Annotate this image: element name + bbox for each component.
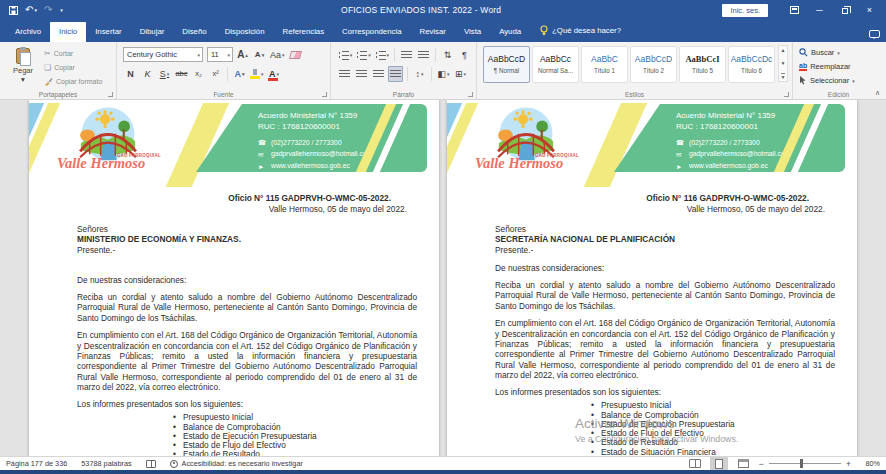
ribbon-tab[interactable]: Inicio [50, 22, 86, 42]
cut-button[interactable]: ✂Cortar [44, 47, 112, 60]
subscript-button[interactable]: x₂ [191, 66, 206, 82]
underline-button[interactable]: S▾ [157, 66, 172, 82]
change-case-button[interactable]: Aa▾ [269, 47, 286, 63]
ribbon-tab[interactable]: Insertar [86, 22, 130, 42]
align-center-button[interactable] [354, 66, 369, 82]
show-paragraph-marks-button[interactable]: ¶ [457, 47, 472, 63]
numbered-list-button[interactable]: ▾ [355, 47, 371, 63]
shrink-font-button[interactable]: A▾ [252, 47, 267, 63]
letterhead: Acuerdo Ministerial N° 1359 RUC : 176812… [447, 103, 857, 187]
ribbon-tab[interactable]: Archivo [6, 22, 50, 42]
decrease-indent-button[interactable] [399, 47, 414, 63]
styles-more-icon[interactable]: ▼ [781, 73, 786, 80]
replace-button[interactable]: ab Reemplazar [799, 60, 880, 73]
borders-button[interactable]: ⊞▾ [453, 66, 468, 82]
sort-button[interactable]: ⇅ [440, 47, 455, 63]
shading-button[interactable]: ◧▾ [436, 66, 451, 82]
print-layout-button[interactable] [710, 457, 728, 470]
tell-me-box[interactable]: ¿Qué desea hacer? [530, 25, 629, 42]
customize-qat-button[interactable]: ▾ [59, 8, 63, 13]
font-size-select[interactable]: 11▾ [207, 47, 233, 62]
collapse-ribbon-button[interactable]: ∧ [875, 89, 880, 97]
grow-font-button[interactable]: A▴ [235, 47, 250, 63]
titlebar-controls: Inic. ses. ─ × [722, 1, 886, 19]
paragraph-group: ▾ ▾ ▾ ⇅ ¶ ↕▾ ◧▾ ⊞▾ Párrafo [330, 42, 476, 99]
select-cursor-icon [799, 76, 807, 85]
style-chip[interactable]: AaBbCc Normal Sa... [532, 46, 579, 83]
restore-button[interactable] [832, 1, 857, 19]
bullet-list-button[interactable]: ▾ [337, 47, 353, 63]
strikethrough-button[interactable]: abc [174, 66, 189, 82]
proofing-status[interactable] [146, 460, 156, 468]
zoom-percentage[interactable]: 80% [856, 459, 880, 468]
styles-scroll-up-icon[interactable]: ▲ [781, 47, 786, 53]
paragraph-dialog-launcher[interactable] [468, 92, 473, 97]
close-icon: × [867, 5, 872, 15]
zoom-in-button[interactable]: + [846, 459, 851, 469]
ribbon-tab[interactable]: Ayuda [490, 22, 530, 42]
styles-scroll-down-icon[interactable]: ▼ [781, 60, 786, 66]
undo-button[interactable]: ↶▾ [25, 5, 37, 15]
sign-in-button[interactable]: Inic. ses. [722, 4, 768, 17]
minimize-button[interactable]: ─ [807, 1, 832, 19]
redo-button[interactable]: ↷ [44, 5, 52, 15]
ribbon-tab[interactable]: Correspondencia [333, 22, 410, 42]
ribbon-tab[interactable]: Diseño [173, 22, 215, 42]
sort-icon: ⇅ [444, 50, 452, 60]
increase-indent-icon [418, 50, 429, 60]
logo-brand-subtext: GAD PARROQUIAL [535, 153, 579, 158]
style-chip[interactable]: AaBbC Título 1 [581, 46, 628, 83]
font-name-select[interactable]: Century Gothic▾ [123, 47, 203, 62]
bold-button[interactable]: N [123, 66, 138, 82]
increase-indent-button[interactable] [416, 47, 431, 63]
word-count[interactable]: 53788 palabras [81, 459, 131, 468]
save-button[interactable] [9, 6, 18, 15]
zoom-slider-thumb[interactable] [800, 459, 803, 468]
align-right-button[interactable] [371, 66, 386, 82]
ribbon-tab[interactable]: Revisar [411, 22, 455, 42]
text-effects-button[interactable]: A▾ [232, 66, 247, 82]
line-spacing-button[interactable]: ↕▾ [412, 66, 427, 82]
find-button[interactable]: Buscar▾ [799, 46, 880, 59]
justify-button[interactable] [388, 66, 403, 82]
ribbon-display-options-button[interactable] [782, 1, 807, 19]
read-mode-button[interactable] [686, 457, 704, 470]
select-button[interactable]: Seleccionar▾ [799, 74, 880, 87]
styles-dialog-launcher[interactable] [784, 92, 789, 97]
style-chip[interactable]: AaBbCcD Título 2 [630, 46, 677, 83]
ribbon-tab[interactable]: Vista [455, 22, 490, 42]
clipboard-dialog-launcher[interactable] [108, 92, 113, 97]
accessibility-status[interactable]: Accesibilidad: es necesario investigar [170, 459, 303, 468]
paste-button[interactable]: Pegar▾ [6, 45, 40, 87]
italic-button[interactable]: K [140, 66, 155, 82]
ribbon-tab[interactable]: Referencias [274, 22, 334, 42]
font-color-button[interactable]: A▾ [267, 66, 282, 82]
copy-button[interactable]: ❏Copiar [44, 61, 112, 74]
style-chip[interactable]: AaBbCcDc Título 6 [728, 46, 775, 83]
clear-formatting-button[interactable] [288, 47, 303, 63]
format-painter-button[interactable]: Copiar formato [44, 75, 112, 88]
ribbon-tab[interactable]: Dibujar [131, 22, 174, 42]
document-page[interactable]: Acuerdo Ministerial N° 1359 RUC : 176812… [29, 100, 439, 456]
page-indicator[interactable]: Página 177 de 336 [6, 459, 67, 468]
zoom-out-button[interactable]: − [758, 459, 763, 469]
styles-gallery: AaBbCcD ¶ Normal AaBbCc Normal Sa... AaB… [483, 46, 775, 83]
web-layout-button[interactable] [734, 457, 752, 470]
style-chip[interactable]: AaBbCcI Título 5 [679, 46, 726, 83]
greeting: De nuestras consideraciones: [77, 275, 417, 285]
recipient: SECRETARÍA NACIONAL DE PLANIFICACIÓN [495, 234, 835, 244]
comments-icon[interactable] [869, 30, 880, 38]
ribbon-tab[interactable]: Disposición [216, 22, 274, 42]
document-page[interactable]: Acuerdo Ministerial N° 1359 RUC : 176812… [447, 100, 857, 456]
align-left-button[interactable] [337, 66, 352, 82]
zoom-slider[interactable] [769, 463, 841, 464]
style-chip[interactable]: AaBbCcD ¶ Normal [483, 46, 530, 83]
font-dialog-launcher[interactable] [322, 92, 327, 97]
highlight-button[interactable]: ▾ [249, 66, 265, 82]
ruc: RUC : 1768120600001 [258, 122, 427, 133]
oficio-number: Oficio N° 115 GADPRVH-O-WMC-05-2022. [77, 193, 417, 203]
font-group: Century Gothic▾ 11▾ A▴ A▾ Aa▾ N K S▾ abc… [116, 42, 330, 99]
close-button[interactable]: × [857, 1, 882, 19]
multilevel-list-button[interactable]: ▾ [374, 47, 390, 63]
superscript-button[interactable]: x² [208, 66, 223, 82]
